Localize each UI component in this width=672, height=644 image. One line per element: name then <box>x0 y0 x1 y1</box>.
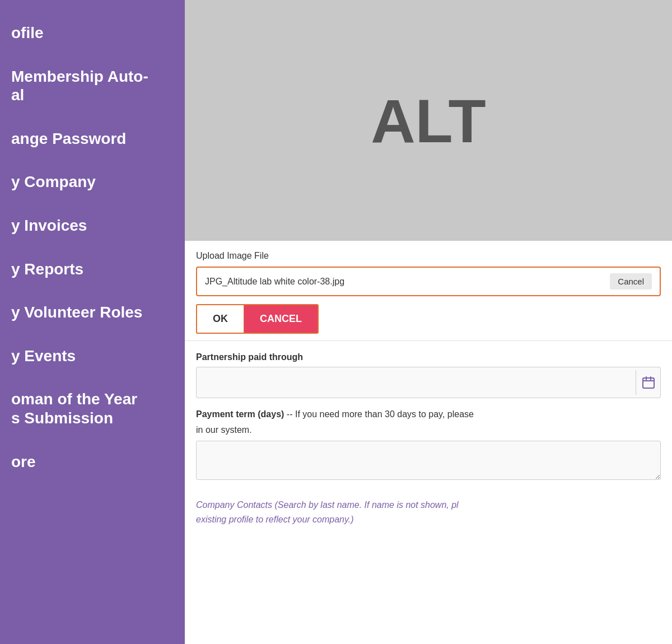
upload-label: Upload Image File <box>196 251 661 261</box>
sidebar-item-woman-of-year[interactable]: oman of the Year s Submission <box>0 377 185 440</box>
payment-term-desc2: in our system. <box>196 425 661 435</box>
form-area: Partnership paid through Payment term (d… <box>185 341 672 644</box>
sidebar-item-profile[interactable]: ofile <box>0 11 185 55</box>
alt-text: ALT <box>371 85 486 156</box>
payment-term-label: Payment term (days) -- If you need more … <box>196 409 661 419</box>
file-cancel-button[interactable]: Cancel <box>610 273 652 290</box>
calendar-icon[interactable] <box>636 370 660 395</box>
partnership-paid-label: Partnership paid through <box>196 352 661 362</box>
sidebar-item-reports[interactable]: y Reports <box>0 248 185 291</box>
company-contacts-label: Company Contacts (Search by last name. I… <box>196 500 661 525</box>
sidebar-item-change-password[interactable]: ange Password <box>0 117 185 161</box>
sidebar-item-membership-auto[interactable]: Membership Auto- al <box>0 55 185 117</box>
sidebar-item-company[interactable]: y Company <box>0 160 185 204</box>
action-buttons: OK CANCEL <box>196 304 661 334</box>
main-content: ALT Upload Image File JPG_Altitude lab w… <box>185 0 672 644</box>
image-placeholder: ALT <box>185 0 672 241</box>
upload-filename: JPG_Altitude lab white color-38.jpg <box>205 277 610 287</box>
payment-term-input[interactable] <box>196 441 661 480</box>
cancel-button[interactable]: CANCEL <box>244 304 319 334</box>
svg-rect-0 <box>643 378 654 388</box>
partnership-paid-input-row <box>196 367 661 398</box>
partnership-paid-input[interactable] <box>197 378 636 388</box>
upload-section: Upload Image File JPG_Altitude lab white… <box>185 241 672 341</box>
sidebar-item-events[interactable]: y Events <box>0 334 185 378</box>
sidebar-item-more[interactable]: ore <box>0 440 185 484</box>
sidebar: ofile Membership Auto- al ange Password … <box>0 0 185 644</box>
sidebar-item-volunteer-roles[interactable]: y Volunteer Roles <box>0 291 185 334</box>
upload-file-row: JPG_Altitude lab white color-38.jpg Canc… <box>196 267 661 296</box>
ok-button[interactable]: OK <box>196 304 244 334</box>
sidebar-item-invoices[interactable]: y Invoices <box>0 204 185 248</box>
